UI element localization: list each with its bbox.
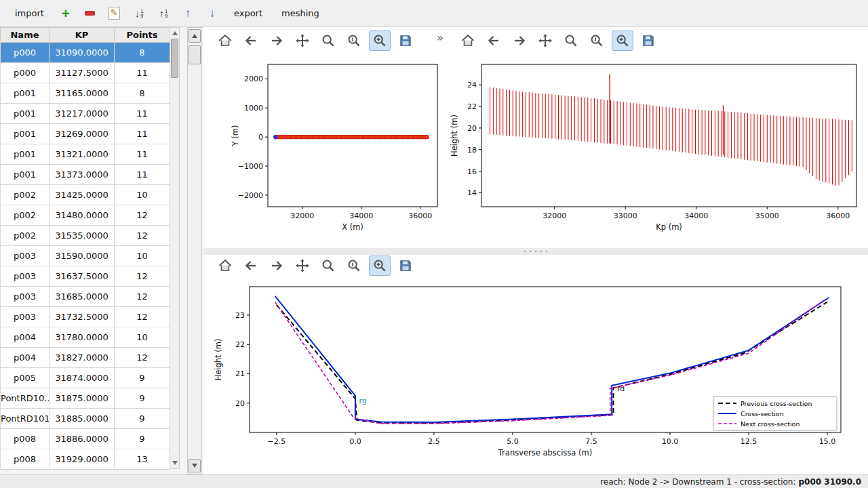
import-button[interactable]: import bbox=[8, 5, 51, 22]
sort-descending-button[interactable]: ↓ 19 bbox=[130, 3, 149, 24]
table-cell[interactable]: 31590.0000 bbox=[50, 246, 115, 266]
table-cell[interactable]: 12 bbox=[115, 348, 170, 368]
table-cell[interactable]: p008 bbox=[1, 449, 50, 470]
table-cell[interactable]: p003 bbox=[1, 307, 50, 327]
table-row[interactable]: p00431827.000012 bbox=[1, 348, 170, 368]
table-cell[interactable]: p004 bbox=[1, 327, 50, 348]
table-row[interactable]: p00231480.000012 bbox=[1, 205, 170, 226]
table-row[interactable]: p00531874.00009 bbox=[1, 368, 170, 388]
table-cell[interactable]: 10 bbox=[115, 185, 170, 205]
table-cell[interactable]: 10 bbox=[115, 246, 170, 266]
inspect-button[interactable] bbox=[343, 256, 365, 276]
back-button[interactable] bbox=[240, 30, 262, 51]
table-cell[interactable]: p003 bbox=[1, 246, 50, 266]
table-cell[interactable]: 31269.0000 bbox=[50, 124, 115, 144]
table-cell[interactable]: 9 bbox=[115, 429, 170, 449]
table-cell[interactable]: 11 bbox=[115, 144, 170, 165]
table-cell[interactable]: 31127.5000 bbox=[50, 63, 115, 83]
table-cell[interactable]: p008 bbox=[1, 429, 50, 449]
table-cell[interactable]: 31732.5000 bbox=[50, 307, 115, 327]
zoom-button[interactable] bbox=[317, 30, 339, 51]
panel-scrollbar[interactable] bbox=[187, 27, 202, 474]
table-cell[interactable]: p002 bbox=[1, 205, 50, 226]
table-cell[interactable]: 31637.5000 bbox=[50, 266, 115, 287]
zoom-button[interactable] bbox=[560, 30, 582, 51]
cross-section-chart[interactable]: −2.50.02.55.07.510.012.515.020212223Tran… bbox=[207, 277, 858, 474]
table-cell[interactable]: 31217.0000 bbox=[50, 104, 115, 124]
table-cell[interactable]: 10 bbox=[115, 327, 170, 348]
toolbar-extension-button[interactable]: » bbox=[437, 31, 443, 44]
table-cell[interactable]: 31165.0000 bbox=[50, 83, 115, 104]
table-cell[interactable]: 31321.0000 bbox=[50, 144, 115, 165]
inspect-button[interactable] bbox=[343, 30, 365, 51]
table-row[interactable]: PontRD10...31875.00009 bbox=[1, 388, 170, 409]
table-cell[interactable]: p001 bbox=[1, 83, 50, 104]
scroll-up-button[interactable] bbox=[189, 29, 201, 43]
table-cell[interactable]: 8 bbox=[115, 43, 170, 63]
table-row[interactable]: p00831929.000013 bbox=[1, 449, 170, 470]
save-button[interactable] bbox=[637, 30, 659, 51]
longitudinal-profile-chart[interactable]: 3200033000340003500036000141618202224Kp … bbox=[446, 54, 868, 251]
zoom-button[interactable] bbox=[317, 256, 339, 276]
table-row[interactable]: p00331590.000010 bbox=[1, 246, 170, 266]
pan-button[interactable] bbox=[534, 30, 556, 51]
zoom-select-button[interactable] bbox=[612, 30, 633, 51]
table-cell[interactable]: 13 bbox=[115, 449, 170, 470]
table-row[interactable]: p00131269.000011 bbox=[1, 124, 170, 144]
table-cell[interactable]: 31535.0000 bbox=[50, 226, 115, 246]
add-section-button[interactable]: + bbox=[56, 3, 75, 24]
table-cell[interactable]: 12 bbox=[115, 226, 170, 246]
move-down-button[interactable]: ↓ bbox=[203, 3, 222, 24]
table-cell[interactable]: p000 bbox=[1, 63, 50, 83]
table-cell[interactable]: p001 bbox=[1, 124, 50, 144]
table-row[interactable]: p00431780.000010 bbox=[1, 327, 170, 348]
scroll-down-icon[interactable] bbox=[172, 461, 178, 465]
table-row[interactable]: p00331637.500012 bbox=[1, 266, 170, 287]
inspect-button[interactable] bbox=[586, 30, 608, 51]
table-cell[interactable]: p002 bbox=[1, 226, 50, 246]
table-cell[interactable]: 31480.0000 bbox=[50, 205, 115, 226]
table-cell[interactable]: p001 bbox=[1, 144, 50, 165]
table-row[interactable]: PontRD101v31885.00009 bbox=[1, 409, 170, 429]
scrollbar-thumb[interactable] bbox=[171, 39, 178, 78]
edit-section-button[interactable]: ✎ bbox=[105, 3, 124, 24]
table-cell[interactable]: 12 bbox=[115, 287, 170, 307]
table-cell[interactable]: 9 bbox=[115, 388, 170, 409]
table-cell[interactable]: 11 bbox=[115, 124, 170, 144]
table-row[interactable]: p00331685.000012 bbox=[1, 287, 170, 307]
scroll-down-button[interactable] bbox=[189, 459, 201, 472]
scrollbar-thumb[interactable] bbox=[189, 45, 201, 64]
save-button[interactable] bbox=[395, 256, 416, 276]
table-cell[interactable]: 31875.0000 bbox=[50, 388, 115, 409]
table-cell[interactable]: 11 bbox=[115, 165, 170, 185]
forward-button[interactable] bbox=[266, 256, 288, 276]
table-cell[interactable]: 9 bbox=[115, 409, 170, 429]
table-cell[interactable]: 31780.0000 bbox=[50, 327, 115, 348]
table-row[interactable]: p00031090.00008 bbox=[1, 43, 170, 63]
table-cell[interactable]: 31685.0000 bbox=[50, 287, 115, 307]
move-up-button[interactable]: ↑ bbox=[178, 3, 197, 24]
forward-button[interactable] bbox=[266, 30, 288, 51]
table-row[interactable]: p00131373.000011 bbox=[1, 165, 170, 185]
table-cell[interactable]: 12 bbox=[115, 266, 170, 287]
table-cell[interactable]: p003 bbox=[1, 266, 50, 287]
table-row[interactable]: p00131165.00008 bbox=[1, 83, 170, 104]
table-row[interactable]: p00331732.500012 bbox=[1, 307, 170, 327]
plan-view-chart[interactable]: 320003400036000−2000−1000010002000X (m)Y… bbox=[207, 54, 444, 251]
forward-button[interactable] bbox=[509, 30, 530, 51]
back-button[interactable] bbox=[483, 30, 505, 51]
table-cell[interactable]: p003 bbox=[1, 287, 50, 307]
home-button[interactable] bbox=[214, 256, 236, 276]
table-cell[interactable]: PontRD101v bbox=[1, 409, 50, 429]
column-header-kp[interactable]: KP bbox=[50, 28, 115, 43]
table-cell[interactable]: 31090.0000 bbox=[50, 43, 115, 63]
table-cell[interactable]: 31425.0000 bbox=[50, 185, 115, 205]
table-cell[interactable]: 12 bbox=[115, 205, 170, 226]
table-cell[interactable]: 9 bbox=[115, 368, 170, 388]
table-cell[interactable]: 31929.0000 bbox=[50, 449, 115, 470]
table-cell[interactable]: 31886.0000 bbox=[50, 429, 115, 449]
table-cell[interactable]: 11 bbox=[115, 63, 170, 83]
horizontal-splitter[interactable] bbox=[203, 248, 868, 255]
table-cell[interactable]: p001 bbox=[1, 165, 50, 185]
table-row[interactable]: p00231425.000010 bbox=[1, 185, 170, 205]
